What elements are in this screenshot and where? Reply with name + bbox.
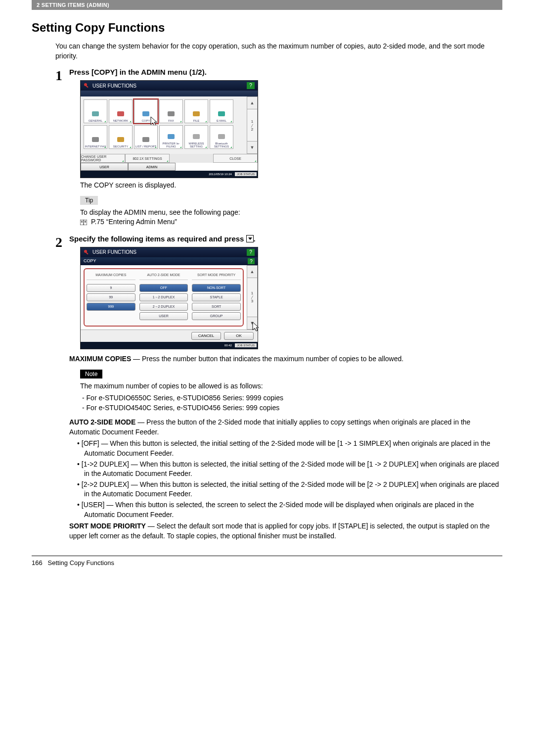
step-1-title: Press [COPY] in the ADMIN menu (1/2). [69, 68, 502, 76]
tip-text: To display the ADMIN menu, see the follo… [80, 208, 502, 218]
svg-rect-3 [117, 111, 124, 116]
list-item: For e-STUDIO6550C Series, e-STUDIO856 Se… [89, 393, 502, 403]
help-icon[interactable]: ? [247, 249, 255, 256]
option-group[interactable]: GROUP [192, 312, 241, 320]
page-footer: 166 Setting Copy Functions [32, 559, 502, 567]
list-item: [OFF] — When this button is selected, th… [84, 439, 502, 458]
admin-tile-security[interactable]: SECURITY [109, 125, 133, 149]
page-title: Setting Copy Functions [32, 21, 502, 35]
svg-rect-7 [218, 111, 225, 116]
svg-rect-10 [142, 137, 149, 142]
svg-rect-6 [193, 111, 200, 116]
section-header: 2 SETTING ITEMS (ADMIN) [32, 0, 502, 10]
admin-tile-general[interactable]: GENERAL [84, 99, 107, 123]
screenshot-title: USER FUNCTIONS [92, 249, 136, 255]
admin-tile-e-mail[interactable]: E-MAIL [210, 99, 233, 123]
option-auto-2-side: AUTO 2-SIDE MODE — Press the button of t… [69, 418, 502, 520]
timestamp: 2011/05/19 10:24 [209, 173, 232, 176]
svg-rect-2 [92, 111, 99, 116]
option-staple[interactable]: STAPLE [192, 293, 241, 301]
option-non-sort[interactable]: NON-SORT [192, 284, 241, 292]
footer-rule [32, 556, 502, 556]
button-close[interactable]: CLOSE [213, 154, 258, 163]
step-number: 2 [55, 236, 69, 541]
scroll-up-icon[interactable]: ▲ [247, 265, 258, 278]
intro-text: You can change the system behavior for t… [55, 42, 502, 61]
option-999[interactable]: 999 [87, 303, 135, 311]
svg-rect-12 [193, 134, 200, 139]
down-arrow-icon [246, 235, 254, 242]
page-indicator: 1╱2 [247, 109, 258, 141]
cancel-button[interactable]: CANCEL [191, 332, 221, 340]
screenshot-1: USER FUNCTIONS ? GENERALNETWORKCOPYFAXFI… [80, 80, 502, 178]
option-off[interactable]: OFF [139, 284, 188, 292]
admin-tile-list-report[interactable]: LIST / REPORT [134, 125, 158, 149]
reference-link: P.75 “Entering Admin Menu” [80, 218, 502, 226]
option-sort-mode: SORT MODE PRIORITY — Select the default … [69, 521, 502, 541]
timestamp: 00:42 [224, 344, 232, 347]
admin-tile-fax[interactable]: FAX [159, 99, 183, 123]
admin-tile-printer-e-filing[interactable]: PRINTER /e-FILING [159, 125, 183, 149]
list-item: For e-STUDIO4540C Series, e-STUDIO456 Se… [89, 403, 502, 413]
svg-rect-4 [142, 111, 149, 116]
option-1-2-duplex[interactable]: 1→2 DUPLEX [139, 293, 188, 301]
svg-rect-8 [92, 137, 99, 142]
note-label: Note [80, 370, 102, 378]
job-status-button[interactable]: JOB STATUS [235, 172, 257, 176]
list-item: [1->2 DUPLEX] — When this button is sele… [84, 460, 502, 479]
option-9[interactable]: 9 [87, 284, 135, 292]
step-2: 2 Specify the following items as require… [55, 235, 502, 541]
option-user[interactable]: USER [139, 312, 188, 320]
admin-tile-internet-fax[interactable]: INTERNET FAX [84, 125, 107, 149]
step-1-caption: The COPY screen is displayed. [80, 181, 502, 189]
admin-tile-wireless-setting[interactable]: WIRELESS SETTING [184, 125, 208, 149]
breadcrumb: COPY [84, 258, 96, 264]
tab-admin[interactable]: ADMIN [128, 163, 176, 171]
help-icon[interactable]: ? [248, 258, 255, 264]
list-item: [USER] — When this button is selected, t… [84, 500, 502, 520]
button-empty [170, 154, 213, 163]
column-maximum-copies: MAXIMUM COPIES999999 [87, 273, 135, 312]
scroll-down-icon[interactable]: ▼ [247, 317, 258, 330]
screenshot-title: USER FUNCTIONS [92, 83, 136, 89]
screenshot-2: USER FUNCTIONS ? COPY? MAXIMUM COPIES999… [80, 247, 502, 349]
button-change-user-password[interactable]: CHANGE USER PASSWORD [81, 154, 125, 163]
tab-user[interactable]: USER [81, 163, 128, 171]
svg-rect-9 [117, 137, 124, 142]
option-maximum-copies: MAXIMUM COPIES — Press the number button… [69, 354, 502, 364]
step-2-title: Specify the following items as required … [69, 235, 502, 243]
admin-tile-network[interactable]: NETWORK [109, 99, 133, 123]
svg-rect-5 [168, 111, 175, 116]
admin-tile-bluetooth-settings[interactable]: Bluetooth SETTINGS [210, 125, 233, 149]
svg-rect-13 [218, 134, 225, 139]
column-sort-mode-priority: SORT MODE PRIORITYNON-SORTSTAPLESORTGROU… [192, 273, 241, 322]
ok-button[interactable]: OK [224, 332, 254, 340]
step-1: 1 Press [COPY] in the ADMIN menu (1/2). … [55, 68, 502, 226]
step-number: 1 [55, 69, 69, 226]
list-item: [2->2 DUPLEX] — When this button is sele… [84, 480, 502, 499]
help-icon[interactable]: ? [247, 82, 255, 89]
scroll-up-icon[interactable]: ▲ [247, 96, 258, 109]
scroll-down-icon[interactable]: ▼ [247, 141, 258, 154]
column-auto-2-side-mode: AUTO 2-SIDE MODEOFF1→2 DUPLEX2→2 DUPLEXU… [139, 273, 188, 322]
option-sort[interactable]: SORT [192, 303, 241, 311]
option-99[interactable]: 99 [87, 293, 135, 301]
wrench-icon [84, 83, 89, 89]
admin-tile-file[interactable]: FILE [184, 99, 208, 123]
job-status-button[interactable]: JOB STATUS [235, 343, 257, 347]
page-indicator: 1╱3 [247, 278, 258, 317]
cursor-icon [251, 321, 261, 333]
svg-rect-21 [86, 252, 89, 254]
note-body: The maximum number of copies to be allow… [80, 381, 502, 413]
svg-rect-11 [168, 134, 175, 139]
tip-label: Tip [80, 196, 98, 205]
option-2-2-duplex[interactable]: 2→2 DUPLEX [139, 303, 188, 311]
admin-tile-copy[interactable]: COPY [134, 99, 158, 123]
wrench-icon [84, 249, 89, 255]
book-icon [80, 220, 87, 225]
button-802-1x-settings[interactable]: 802.1X SETTINGS [125, 154, 170, 163]
svg-rect-1 [86, 85, 89, 88]
